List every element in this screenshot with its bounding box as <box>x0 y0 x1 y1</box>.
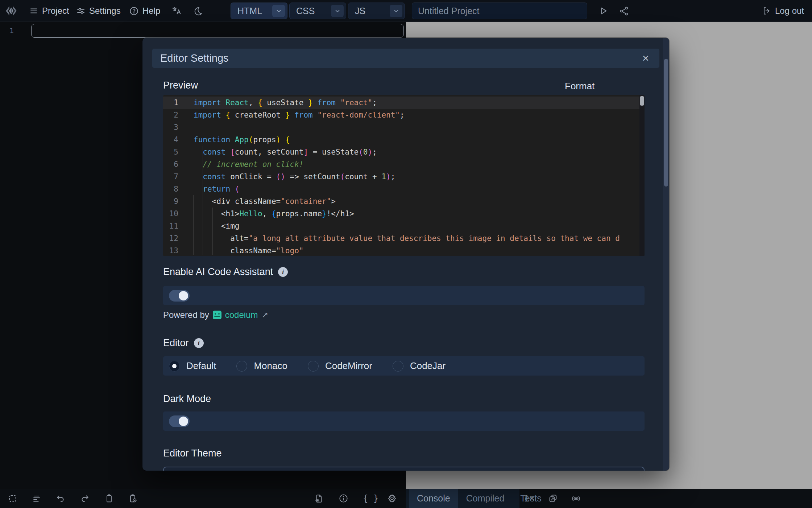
hamburger-icon <box>29 6 38 16</box>
settings-button[interactable] <box>387 489 397 508</box>
bottom-toolbar: { } Console Compiled Tests 1× <box>0 489 812 508</box>
translate-button[interactable] <box>171 0 182 22</box>
indent-guide <box>222 232 222 255</box>
live-reload-icon <box>571 493 581 504</box>
code-line: 11 <img <box>163 220 645 232</box>
editor-theme-select[interactable] <box>163 467 645 471</box>
file-tab-html-label: HTML <box>237 6 262 16</box>
code-scrollbar-thumb[interactable] <box>640 96 644 106</box>
chevron-down-icon <box>334 7 341 15</box>
code-line: 9 <div className="container"> <box>163 195 645 208</box>
radio-circle <box>169 361 180 372</box>
align-lines-icon <box>32 494 41 503</box>
dark-mode-toggle-row[interactable] <box>163 411 645 431</box>
radio-option-codejar[interactable]: CodeJar <box>393 360 446 372</box>
file-tab-html[interactable]: HTML <box>231 3 287 19</box>
format-lines-button[interactable] <box>32 489 41 508</box>
live-reload-button[interactable] <box>571 489 581 508</box>
radio-option-monaco[interactable]: Monaco <box>236 360 287 372</box>
menu-project[interactable]: Project <box>29 0 69 22</box>
file-tab-js-dropdown[interactable] <box>390 5 402 17</box>
code-line: 7 const onClick = () => setCount(count +… <box>163 171 645 183</box>
powered-by-row: Powered by codeium ↗ <box>163 310 268 320</box>
ai-assistant-toggle[interactable] <box>169 290 190 302</box>
code-line: 1import React, { useState } from "react"… <box>163 97 645 109</box>
prettify-button[interactable]: { } <box>363 489 378 508</box>
format-button[interactable]: Format <box>565 81 594 92</box>
file-link-icon <box>314 494 324 503</box>
modal-scrollbar-thumb[interactable] <box>664 59 668 187</box>
editor-section-label: Editor i <box>163 337 204 349</box>
top-toolbar: Project Settings Help HTML CSS <box>0 0 812 22</box>
code-line: 4function App(props) { <box>163 134 645 146</box>
clipboard-icon <box>104 494 114 503</box>
radio-circle <box>393 361 403 372</box>
open-preview-button[interactable] <box>548 489 558 508</box>
toggle-knob <box>179 291 188 300</box>
code-line: 12 alt="a long alt attribute value that … <box>163 232 645 245</box>
close-icon[interactable]: × <box>638 49 654 68</box>
redo-icon <box>80 494 90 503</box>
indent-guide <box>203 146 203 255</box>
paste-remove-button[interactable] <box>128 489 138 508</box>
file-link-button[interactable] <box>314 489 324 508</box>
editor-active-line-box[interactable] <box>31 24 404 38</box>
menu-help-label: Help <box>142 6 160 16</box>
file-tab-html-dropdown[interactable] <box>272 5 285 17</box>
code-line: 6 // increment on click! <box>163 158 645 171</box>
radio-option-default[interactable]: Default <box>169 360 216 372</box>
logout-icon <box>762 6 771 16</box>
ai-assistant-label: Enable AI Code Assistant i <box>163 266 288 278</box>
modal-title: Editor Settings <box>160 52 229 64</box>
moon-icon <box>193 6 203 16</box>
menu-settings[interactable]: Settings <box>76 0 121 22</box>
undo-icon <box>56 494 65 503</box>
file-tab-js[interactable]: JS <box>348 3 405 19</box>
code-line: 3 <box>163 121 645 134</box>
zoom-level[interactable]: 1× <box>524 489 535 508</box>
share-icon <box>619 6 629 16</box>
ai-assistant-toggle-row[interactable] <box>163 286 645 305</box>
external-link-icon: ↗ <box>261 310 268 320</box>
info-icon[interactable]: i <box>278 267 288 277</box>
file-tab-css-label: CSS <box>296 6 315 16</box>
translate-icon <box>171 5 182 16</box>
editor-line-number: 1 <box>9 26 14 35</box>
selection-box-button[interactable] <box>8 489 17 508</box>
radio-option-codemirror[interactable]: CodeMirror <box>308 360 372 372</box>
menu-help[interactable]: Help <box>129 0 160 22</box>
info-icon[interactable]: i <box>194 338 204 348</box>
tab-console[interactable]: Console <box>409 489 458 508</box>
dark-mode-label: Dark Mode <box>163 393 211 405</box>
file-tab-css-dropdown[interactable] <box>331 5 344 17</box>
indent-guide <box>193 195 194 255</box>
code-line: 5 const [count, setCount] = useState(0); <box>163 146 645 158</box>
modal-scrollbar-track[interactable] <box>663 38 669 471</box>
console-tab-strip: Console Compiled Tests <box>406 489 519 508</box>
modal-header[interactable]: Editor Settings × <box>152 49 659 68</box>
chevron-down-icon <box>393 7 400 15</box>
info-button[interactable] <box>339 489 348 508</box>
radio-circle <box>236 361 247 372</box>
logout-button[interactable]: Log out <box>762 0 804 22</box>
codeium-link[interactable]: codeium <box>225 310 258 320</box>
copy-button[interactable] <box>104 489 114 508</box>
menu-project-label: Project <box>42 6 69 16</box>
open-preview-icon <box>548 493 558 503</box>
code-scrollbar-track[interactable] <box>639 95 645 256</box>
theme-toggle-button[interactable] <box>193 0 203 22</box>
redo-button[interactable] <box>80 489 90 508</box>
code-line: 10 <h1>Hello, {props.name}!</h1> <box>163 208 645 220</box>
code-preview-block[interactable]: 1import React, { useState } from "react"… <box>163 95 645 256</box>
share-button[interactable] <box>619 0 629 22</box>
editor-theme-label: Editor Theme <box>163 448 222 459</box>
app-logo[interactable] <box>4 0 18 22</box>
file-tab-css[interactable]: CSS <box>289 3 346 19</box>
code-line: 2import { createRoot } from "react-dom/c… <box>163 109 645 121</box>
project-name-input[interactable]: Untitled Project <box>412 3 587 19</box>
tab-compiled[interactable]: Compiled <box>458 489 513 508</box>
undo-button[interactable] <box>56 489 65 508</box>
run-button[interactable] <box>598 0 608 22</box>
code-line: 13 className="logo" <box>163 245 645 256</box>
dark-mode-toggle[interactable] <box>169 415 190 427</box>
